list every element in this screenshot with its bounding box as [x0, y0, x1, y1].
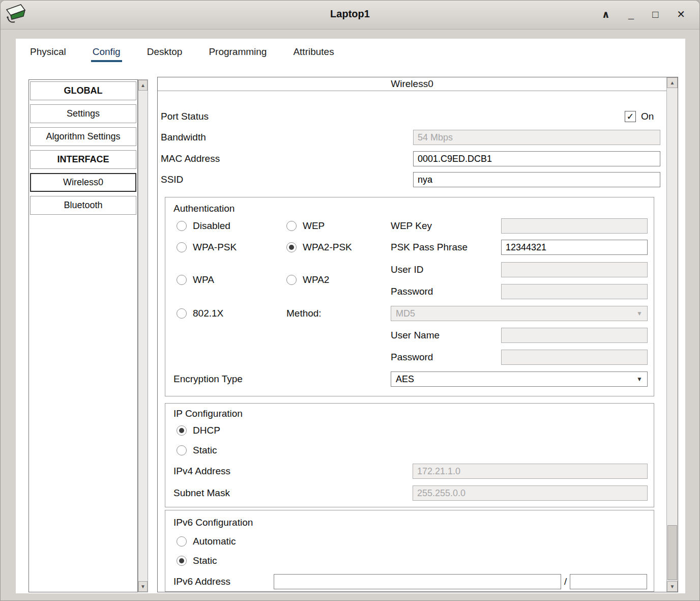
- tab-attributes[interactable]: Attributes: [291, 39, 335, 62]
- psk-pass-phrase-input[interactable]: [501, 240, 648, 255]
- radio-dhcp[interactable]: [177, 425, 187, 436]
- user-id-label: User ID: [391, 263, 423, 277]
- encryption-type-select[interactable]: AES ▼: [391, 371, 648, 387]
- ipv6-address-input[interactable]: [274, 574, 561, 589]
- sidebar-item-settings[interactable]: Settings: [30, 104, 136, 123]
- sidebar-header-interface[interactable]: INTERFACE: [30, 150, 136, 169]
- radio-ipv4-static[interactable]: [177, 445, 187, 455]
- sidebar-item-bluetooth[interactable]: Bluetooth: [30, 196, 136, 215]
- collapse-button[interactable]: ∧: [602, 7, 610, 22]
- user-name-label: User Name: [391, 328, 440, 342]
- password-input-2: [501, 350, 648, 365]
- chevron-down-icon: ▼: [636, 310, 643, 317]
- ipv6-prefix-input[interactable]: [570, 574, 647, 589]
- radio-wep[interactable]: [286, 221, 297, 231]
- radio-ipv4-static-label: Static: [193, 443, 217, 457]
- window-controls: ∧ _ □ ✕: [602, 7, 685, 22]
- user-name-input: [501, 328, 648, 343]
- radio-ipv6-static[interactable]: [177, 556, 187, 566]
- window-title: Laptop1: [330, 8, 370, 20]
- radio-wpa[interactable]: [177, 275, 187, 285]
- ssid-label: SSID: [161, 173, 183, 187]
- ipv6-configuration-group: IPv6 Configuration Automatic Static IPv6…: [165, 510, 654, 592]
- ipv4-address-label: IPv4 Address: [173, 464, 230, 478]
- mac-address-label: MAC Address: [161, 152, 220, 166]
- password-label: Password: [391, 284, 433, 299]
- scrollbar-thumb[interactable]: [667, 525, 677, 580]
- tab-config[interactable]: Config: [91, 39, 122, 62]
- sidebar-scrollbar[interactable]: ▲ ▼: [138, 79, 148, 592]
- scroll-up-button[interactable]: ▲: [138, 80, 148, 91]
- password-input: [501, 284, 648, 299]
- tab-bar: Physical Config Desktop Programming Attr…: [28, 39, 359, 62]
- scroll-down-button[interactable]: ▼: [138, 581, 148, 592]
- radio-dhcp-label: DHCP: [193, 423, 220, 438]
- tab-physical[interactable]: Physical: [28, 39, 68, 62]
- sidebar-item-wireless0[interactable]: Wireless0: [30, 173, 136, 192]
- sidebar-panel: GLOBAL Settings Algorithm Settings INTER…: [28, 79, 138, 592]
- tab-programming[interactable]: Programming: [207, 39, 268, 62]
- content-area: Physical Config Desktop Programming Attr…: [16, 39, 685, 593]
- radio-wpa2-label: WPA2: [303, 273, 329, 287]
- mac-address-input[interactable]: [413, 151, 660, 166]
- ip-configuration-group: IP Configuration DHCP Static IPv4 Addres…: [165, 403, 654, 507]
- maximize-button[interactable]: □: [652, 7, 658, 22]
- check-icon: ✓: [626, 111, 634, 122]
- app-icon: [4, 3, 27, 26]
- radio-wpa-psk[interactable]: [177, 242, 187, 252]
- ipv6-configuration-title: IPv6 Configuration: [173, 516, 253, 530]
- app-window: Laptop1 ∧ _ □ ✕ Physical Config Desktop …: [0, 0, 700, 601]
- bandwidth-input: [413, 130, 660, 145]
- radio-wpa2-psk-label: WPA2-PSK: [303, 240, 352, 254]
- close-button[interactable]: ✕: [677, 7, 685, 22]
- radio-ipv6-static-label: Static: [193, 554, 217, 568]
- radio-wpa2-psk[interactable]: [286, 242, 297, 252]
- radio-disabled[interactable]: [177, 221, 187, 231]
- ip-configuration-title: IP Configuration: [173, 407, 243, 421]
- authentication-group: Authentication Disabled WEP WEP Key WPA-…: [165, 197, 654, 396]
- prefix-separator: /: [564, 575, 567, 589]
- radio-8021x[interactable]: [177, 308, 187, 319]
- password-label-2: Password: [391, 350, 433, 364]
- radio-wep-label: WEP: [303, 219, 325, 233]
- interface-panel: Wireless0 Port Status ✓ On Bandwidth MAC…: [157, 77, 678, 592]
- wep-key-label: WEP Key: [391, 219, 432, 233]
- panel-title: Wireless0: [158, 77, 666, 91]
- radio-wpa2[interactable]: [286, 275, 297, 285]
- radio-disabled-label: Disabled: [193, 219, 230, 233]
- encryption-type-value: AES: [396, 373, 414, 386]
- radio-8021x-label: 802.1X: [193, 306, 223, 321]
- radio-automatic[interactable]: [177, 536, 187, 547]
- ipv6-address-label: IPv6 Address: [173, 575, 230, 589]
- psk-pass-phrase-label: PSK Pass Phrase: [391, 240, 468, 254]
- port-status-checkbox[interactable]: ✓: [625, 111, 636, 122]
- sidebar-header-global[interactable]: GLOBAL: [30, 81, 136, 100]
- chevron-down-icon: ▼: [636, 376, 643, 383]
- bandwidth-label: Bandwidth: [161, 130, 206, 145]
- scroll-up-button[interactable]: ▲: [667, 77, 678, 88]
- minimize-button[interactable]: _: [628, 7, 634, 22]
- tab-desktop[interactable]: Desktop: [145, 39, 184, 62]
- method-label: Method:: [286, 306, 322, 321]
- sidebar-item-algorithm-settings[interactable]: Algorithm Settings: [30, 127, 136, 146]
- subnet-mask-input: [413, 485, 648, 501]
- radio-wpa-label: WPA: [193, 273, 214, 287]
- method-select: MD5 ▼: [391, 306, 648, 321]
- radio-wpa-psk-label: WPA-PSK: [193, 240, 237, 254]
- scroll-down-button[interactable]: ▼: [667, 581, 678, 592]
- titlebar[interactable]: Laptop1 ∧ _ □ ✕: [1, 1, 699, 30]
- ipv4-address-input: [413, 464, 648, 479]
- user-id-input: [501, 262, 648, 277]
- subnet-mask-label: Subnet Mask: [173, 486, 230, 500]
- port-status-label: Port Status: [161, 109, 209, 124]
- port-status-on-label: On: [641, 109, 654, 124]
- authentication-title: Authentication: [173, 202, 235, 216]
- method-select-value: MD5: [396, 307, 415, 320]
- radio-automatic-label: Automatic: [193, 534, 236, 549]
- encryption-type-label: Encryption Type: [173, 372, 243, 386]
- wep-key-input: [501, 218, 648, 234]
- ssid-input[interactable]: [413, 172, 660, 187]
- main-scrollbar[interactable]: ▲ ▼: [666, 77, 678, 592]
